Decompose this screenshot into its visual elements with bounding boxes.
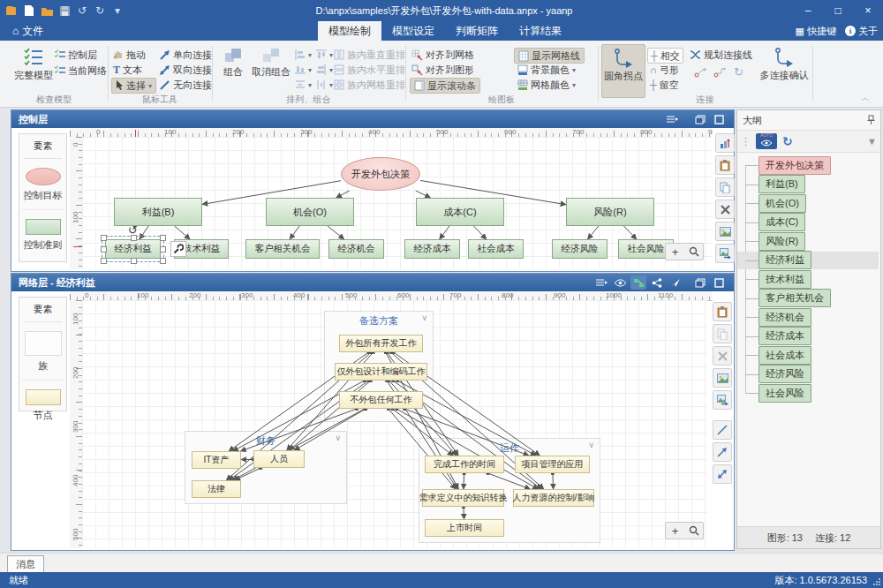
background-color-button[interactable]: 背景颜色▾: [517, 63, 576, 77]
diagram-node-cb1[interactable]: 经济成本: [404, 239, 460, 259]
selection-handle[interactable]: [160, 235, 166, 241]
export-image-icon[interactable]: [715, 244, 735, 263]
grid-color-button[interactable]: 网格颜色▾: [517, 78, 576, 92]
one-way-link-button[interactable]: 单向连接: [159, 48, 212, 62]
magnifier-button[interactable]: [684, 523, 703, 539]
open-file-icon[interactable]: [41, 4, 53, 17]
diagram-node-fx1[interactable]: 经济风险: [552, 239, 608, 259]
show-gridlines-button[interactable]: 显示网格线: [514, 48, 585, 64]
align-bottom-button[interactable]: ▾: [295, 63, 312, 77]
check-current-network-button[interactable]: 当前网络: [55, 64, 107, 78]
outline-item[interactable]: 社会成本: [737, 346, 879, 364]
cluster-vertical-arrange-button[interactable]: 族内垂直重排: [334, 48, 405, 62]
diagram-node-time[interactable]: 完成工作的时间: [425, 456, 504, 473]
outline-chip[interactable]: 成本(C): [758, 213, 805, 231]
distribute-h-button[interactable]: ▾: [295, 78, 312, 92]
outline-chip[interactable]: 经济机会: [758, 308, 811, 327]
selection-handle[interactable]: [160, 258, 166, 264]
route-connector-button[interactable]: 规划连接线: [690, 48, 752, 62]
diagram-node-r[interactable]: 风险(R): [566, 198, 654, 226]
palette-item-cluster[interactable]: 族: [22, 331, 64, 381]
diagram-node-mkt[interactable]: 上市时间: [425, 519, 504, 537]
auto-eye-button[interactable]: AUTO: [756, 133, 777, 149]
outline-item[interactable]: 开发外包决策: [737, 156, 879, 174]
draw-double-arrow-icon[interactable]: [713, 464, 732, 484]
diagram-node-it[interactable]: IT资产: [192, 451, 241, 469]
group-button[interactable]: 组合: [217, 44, 249, 96]
control-panel-titlebar[interactable]: 控制层: [11, 110, 734, 128]
save-icon[interactable]: [58, 4, 71, 17]
magnifier-button[interactable]: [684, 244, 703, 260]
draw-arrow-icon[interactable]: [713, 442, 732, 462]
tab-model-settings[interactable]: 模型设定: [381, 21, 445, 41]
arc-hop-button[interactable]: ∩ 弓形: [650, 63, 679, 77]
zoom-in-button[interactable]: +: [666, 523, 684, 539]
quickaccess-dropdown-icon[interactable]: ▾: [111, 4, 124, 17]
diagram-node-ren[interactable]: 人员: [253, 450, 305, 468]
paste-icon[interactable]: [715, 155, 735, 175]
drag-tool-button[interactable]: 拖动: [113, 48, 146, 62]
full-model-button[interactable]: 完整模型: [12, 44, 55, 96]
align-right-button[interactable]: ▾: [316, 63, 333, 77]
palette-item-criterion[interactable]: 控制准则: [22, 219, 64, 259]
outline-item[interactable]: 社会风险: [737, 384, 879, 402]
new-file-icon[interactable]: [23, 4, 35, 17]
sort-priority-icon[interactable]: [715, 133, 735, 153]
outline-item[interactable]: 机会(O): [737, 194, 879, 212]
palette-item-goal[interactable]: 控制目标: [22, 168, 64, 210]
filter-icon[interactable]: ▼: [867, 136, 877, 147]
layers-menu-icon[interactable]: [593, 275, 609, 290]
outline-chip[interactable]: 风险(R): [758, 232, 805, 251]
cluster-view-icon[interactable]: [630, 275, 646, 290]
about-button[interactable]: i 关于: [845, 25, 878, 38]
resize-grip[interactable]: [872, 577, 881, 586]
select-tool-button[interactable]: 选择 ▾: [111, 78, 156, 94]
outline-chip[interactable]: 开发外包决策: [758, 156, 831, 175]
outline-chip[interactable]: 机会(O): [758, 194, 806, 213]
outline-chip[interactable]: 经济成本: [758, 327, 811, 345]
refresh-icon[interactable]: ↻: [782, 134, 793, 148]
network-canvas[interactable]: + 备选方案∨财务∨运作∨外包所有开发工作仅外包设计和编码工作不外包任何工作IT…: [82, 300, 707, 548]
network-panel-titlebar[interactable]: 网络层 - 经济利益: [11, 274, 734, 291]
copy-icon[interactable]: [713, 324, 732, 343]
outline-item[interactable]: 风险(R): [737, 232, 879, 250]
redo-icon[interactable]: ↻: [94, 4, 106, 17]
diagram-node-alt2[interactable]: 仅外包设计和编码工作: [335, 363, 427, 381]
diagram-node-fa[interactable]: 法律: [192, 480, 241, 498]
minimize-button[interactable]: –: [793, 0, 823, 21]
ungroup-button[interactable]: 取消组合: [251, 44, 291, 96]
diagram-node-b[interactable]: 利益(B): [114, 198, 202, 226]
palette-item-node[interactable]: 节点: [22, 389, 64, 429]
diagram-node-goal[interactable]: 开发外包决策: [341, 157, 420, 191]
outline-item[interactable]: 技术利益: [737, 270, 879, 288]
diagram-node-alt3[interactable]: 不外包任何工作: [339, 391, 423, 409]
gap-cross-button[interactable]: ┼ 留空: [650, 78, 679, 92]
tab-judgment-matrix[interactable]: 判断矩阵: [445, 21, 509, 41]
show-scrollbars-button[interactable]: 显示滚动条: [410, 78, 480, 94]
pin-icon[interactable]: [867, 115, 875, 125]
cluster-grid-arrange-button[interactable]: 族内网格重排: [334, 78, 405, 92]
eye-icon[interactable]: [612, 275, 628, 290]
cluster-horizontal-arrange-button[interactable]: 族内水平重排: [334, 63, 405, 77]
diagram-node-cb2[interactable]: 社会成本: [468, 239, 524, 259]
link-style-1-button[interactable]: [694, 64, 708, 79]
selection-handle[interactable]: [131, 235, 137, 241]
diagram-node-know[interactable]: 需求定义中的知识转换: [422, 489, 504, 507]
copy-icon[interactable]: [715, 177, 735, 197]
undo-icon[interactable]: ↺: [76, 4, 88, 17]
outline-chip[interactable]: 经济利益: [758, 251, 811, 269]
diagram-node-jj[interactable]: 经济利益: [105, 239, 161, 259]
align-top-button[interactable]: ▾: [316, 48, 333, 62]
rounded-corner-button[interactable]: 圆角拐点: [601, 44, 645, 98]
tab-calc-results[interactable]: 计算结果: [509, 21, 572, 41]
snap-to-shape-button[interactable]: 对齐到图形: [411, 63, 474, 77]
selection-handle[interactable]: [101, 235, 107, 241]
diagram-node-pm[interactable]: 项目管理的应用: [515, 456, 590, 473]
restore-window-icon[interactable]: [692, 112, 708, 126]
delete-icon[interactable]: [715, 200, 735, 219]
chevron-down-icon[interactable]: ∨: [588, 441, 594, 449]
outline-item[interactable]: 客户相关机会: [737, 290, 879, 307]
distribute-v-button[interactable]: ▾: [316, 78, 333, 92]
two-way-link-button[interactable]: 双向连接: [159, 63, 212, 77]
chevron-down-icon[interactable]: ∨: [335, 433, 341, 442]
